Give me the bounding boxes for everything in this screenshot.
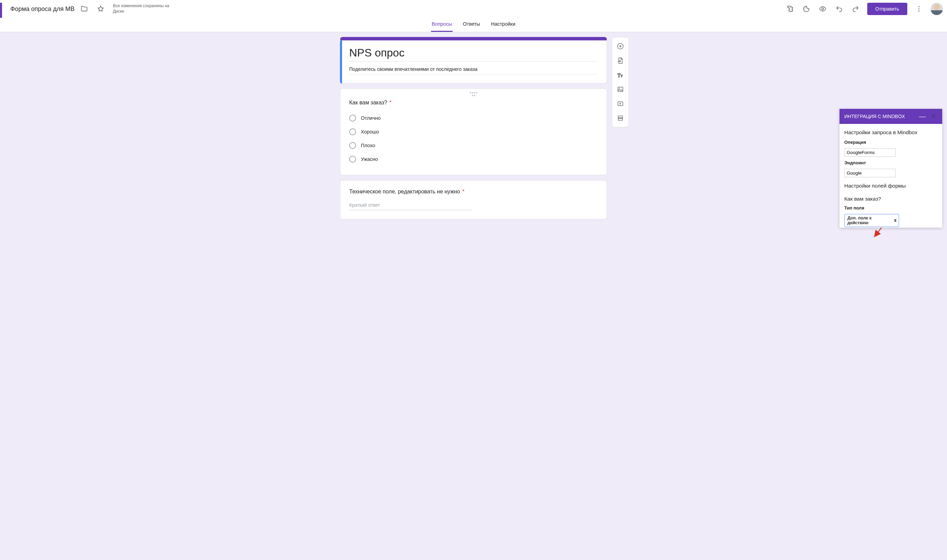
send-button[interactable]: Отправить [867, 3, 907, 15]
brand-stripe [0, 3, 2, 18]
radio-icon [349, 128, 356, 135]
floating-toolbar: TT [612, 37, 629, 127]
folder-icon[interactable] [77, 2, 91, 16]
redo-icon[interactable] [849, 2, 862, 16]
question-title-text: Как вам заказ? [349, 100, 387, 105]
required-asterisk: * [462, 189, 464, 194]
svg-point-6 [918, 8, 919, 9]
svg-point-2 [806, 6, 807, 7]
question-card[interactable]: Как вам заказ? * Отлично Хорошо Плохо Уж… [340, 88, 607, 175]
required-asterisk: * [389, 100, 391, 105]
radio-option[interactable]: Отлично [349, 111, 598, 125]
svg-text:T: T [617, 73, 621, 78]
form-header-card[interactable]: NPS опрос Поделитесь своими впечатлениям… [340, 37, 607, 83]
short-answer-placeholder: Краткий ответ [349, 200, 473, 210]
preview-icon[interactable] [816, 2, 830, 16]
radio-icon [349, 115, 356, 122]
endpoint-label: Эндпоинт [844, 160, 938, 165]
panel-title: ИНТЕГРАЦИЯ С MINDBOX [844, 113, 916, 120]
svg-point-0 [805, 8, 805, 9]
radio-label: Плохо [361, 143, 375, 148]
theme-icon[interactable] [799, 2, 813, 16]
save-status: Все изменения сохранены на Диске [113, 3, 178, 14]
svg-point-12 [619, 88, 620, 89]
question-card[interactable]: Техническое поле, редактировать не нужно… [340, 180, 607, 219]
type-select[interactable]: Доп. поле к действию [844, 214, 899, 227]
radio-icon [349, 142, 356, 149]
type-label: Тип поля [844, 205, 938, 211]
radio-option[interactable]: Хорошо [349, 125, 598, 138]
svg-rect-14 [618, 116, 623, 118]
panel-question-name: Как вам заказ? [844, 196, 938, 202]
form-description[interactable]: Поделитесь своими впечатлениями от после… [349, 66, 598, 74]
minimize-icon[interactable]: — [918, 112, 927, 120]
tabs: Вопросы Ответы Настройки [0, 16, 947, 32]
svg-text:T: T [621, 74, 623, 78]
close-icon[interactable]: ✕ [929, 112, 938, 120]
operation-input[interactable] [844, 148, 896, 157]
radio-label: Ужасно [361, 157, 378, 162]
radio-label: Отлично [361, 115, 381, 121]
mindbox-panel: ИНТЕГРАЦИЯ С MINDBOX — ✕ Настройки запро… [839, 109, 942, 228]
radio-icon [349, 156, 356, 163]
add-image-icon[interactable] [613, 83, 627, 96]
addons-icon[interactable] [783, 2, 797, 16]
add-section-icon[interactable] [613, 111, 627, 125]
svg-point-3 [804, 9, 805, 10]
svg-rect-15 [618, 118, 623, 120]
svg-point-1 [805, 7, 805, 8]
app-header: Форма опроса для MB Все изменения сохран… [0, 0, 947, 32]
svg-point-5 [918, 6, 919, 7]
panel-section-request: Настройки запроса в Mindbox [844, 129, 938, 135]
radio-option[interactable]: Ужасно [349, 152, 598, 166]
undo-icon[interactable] [832, 2, 846, 16]
operation-label: Операция [844, 140, 938, 145]
add-video-icon[interactable] [613, 97, 627, 111]
add-title-icon[interactable]: TT [613, 68, 627, 82]
question-title[interactable]: Как вам заказ? * [349, 100, 598, 106]
question-title-text: Техническое поле, редактировать не нужно [349, 189, 460, 194]
question-title[interactable]: Техническое поле, редактировать не нужно… [349, 189, 598, 195]
drag-handle-icon[interactable] [470, 92, 477, 97]
import-questions-icon[interactable] [613, 54, 627, 68]
form-title[interactable]: NPS опрос [349, 46, 598, 62]
panel-header: ИНТЕГРАЦИЯ С MINDBOX — ✕ [839, 109, 942, 124]
form-name[interactable]: Форма опроса для MB [10, 6, 75, 13]
tab-settings[interactable]: Настройки [490, 18, 516, 32]
tab-responses[interactable]: Ответы [462, 18, 481, 32]
tab-questions[interactable]: Вопросы [431, 18, 453, 32]
add-question-icon[interactable] [613, 39, 627, 53]
radio-option[interactable]: Плохо [349, 138, 598, 152]
avatar[interactable] [930, 3, 943, 15]
svg-point-7 [918, 11, 919, 12]
type-select-value: Доп. поле к действию [847, 215, 872, 225]
form-column: NPS опрос Поделитесь своими впечатлениям… [340, 37, 607, 219]
radio-label: Хорошо [361, 129, 379, 134]
more-icon[interactable] [912, 2, 926, 16]
svg-point-4 [822, 8, 824, 10]
star-icon[interactable] [94, 2, 108, 16]
endpoint-input[interactable] [844, 169, 896, 177]
workspace: NPS опрос Поделитесь своими впечатлениям… [0, 32, 947, 233]
panel-section-fields: Настройки полей формы [844, 183, 938, 189]
